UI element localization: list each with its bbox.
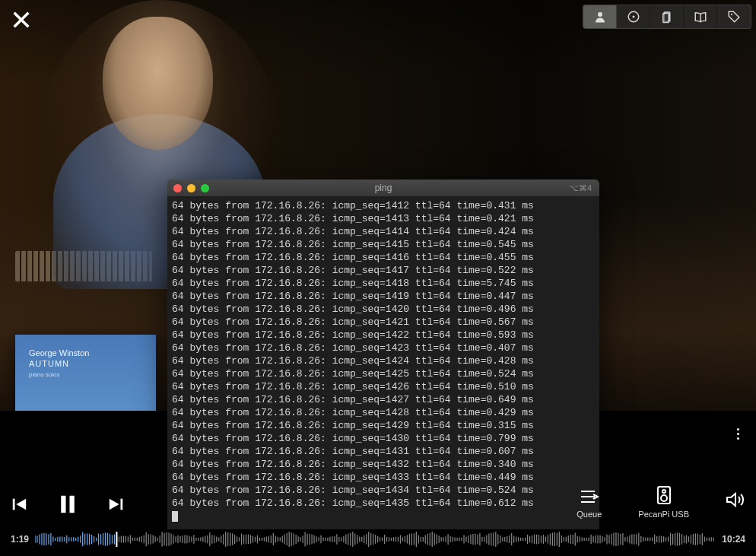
tag-view-button[interactable] bbox=[717, 5, 751, 28]
next-icon bbox=[108, 496, 125, 513]
terminal-line: 64 bytes from 172.16.8.26: icmp_seq=1430… bbox=[172, 432, 595, 445]
album-artist: George Winston bbox=[29, 348, 89, 357]
terminal-line: 64 bytes from 172.16.8.26: icmp_seq=1419… bbox=[172, 290, 595, 303]
terminal-line: 64 bytes from 172.16.8.26: icmp_seq=1423… bbox=[172, 342, 595, 354]
progress-bar: 1:19 10:24 bbox=[11, 532, 745, 547]
terminal-line: 64 bytes from 172.16.8.26: icmp_seq=1435… bbox=[172, 497, 595, 510]
album-subtitle: piano solos bbox=[29, 371, 59, 378]
speaker-icon bbox=[656, 485, 672, 505]
volume-icon bbox=[726, 491, 745, 508]
clipboard-view-button[interactable] bbox=[650, 5, 684, 28]
window-minimize-button[interactable] bbox=[187, 184, 195, 192]
tag-icon bbox=[727, 10, 741, 24]
terminal-line: 64 bytes from 172.16.8.26: icmp_seq=1421… bbox=[172, 316, 595, 329]
user-view-button[interactable] bbox=[583, 5, 617, 28]
close-button[interactable] bbox=[11, 9, 32, 30]
volume-button[interactable] bbox=[726, 491, 745, 519]
artist-face bbox=[103, 17, 213, 150]
terminal-line: 64 bytes from 172.16.8.26: icmp_seq=1434… bbox=[172, 484, 595, 497]
queue-icon bbox=[580, 488, 599, 505]
window-zoom-button[interactable] bbox=[201, 184, 209, 192]
terminal-line: 64 bytes from 172.16.8.26: icmp_seq=1428… bbox=[172, 406, 595, 419]
window-close-button[interactable] bbox=[173, 184, 182, 192]
terminal-line: 64 bytes from 172.16.8.26: icmp_seq=1415… bbox=[172, 238, 595, 251]
svg-point-2 bbox=[598, 12, 602, 17]
disc-icon bbox=[627, 10, 640, 24]
more-options-button[interactable] bbox=[730, 426, 745, 441]
terminal-line: 64 bytes from 172.16.8.26: icmp_seq=1413… bbox=[172, 212, 595, 225]
output-device-button[interactable]: PecanPi USB bbox=[638, 485, 689, 519]
terminal-line: 64 bytes from 172.16.8.26: icmp_seq=1432… bbox=[172, 458, 595, 471]
next-track-button[interactable] bbox=[108, 496, 125, 513]
svg-rect-11 bbox=[70, 496, 75, 513]
terminal-line: 64 bytes from 172.16.8.26: icmp_seq=1433… bbox=[172, 471, 595, 484]
terminal-line: 64 bytes from 172.16.8.26: icmp_seq=1416… bbox=[172, 251, 595, 264]
terminal-line: 64 bytes from 172.16.8.26: icmp_seq=1422… bbox=[172, 329, 595, 342]
terminal-line: 64 bytes from 172.16.8.26: icmp_seq=1424… bbox=[172, 354, 595, 367]
output-controls: Queue PecanPi USB bbox=[577, 485, 745, 519]
previous-icon bbox=[11, 496, 27, 513]
terminal-line: 64 bytes from 172.16.8.26: icmp_seq=1431… bbox=[172, 445, 595, 458]
terminal-line: 64 bytes from 172.16.8.26: icmp_seq=1425… bbox=[172, 367, 595, 380]
svg-rect-10 bbox=[61, 496, 65, 513]
terminal-titlebar[interactable]: ping ⌥⌘4 bbox=[167, 180, 599, 196]
terminal-line: 64 bytes from 172.16.8.26: icmp_seq=1414… bbox=[172, 225, 595, 238]
user-icon bbox=[593, 10, 607, 24]
terminal-line: 64 bytes from 172.16.8.26: icmp_seq=1427… bbox=[172, 393, 595, 406]
terminal-window[interactable]: ping ⌥⌘4 64 bytes from 172.16.8.26: icmp… bbox=[167, 180, 599, 529]
terminal-body[interactable]: 64 bytes from 172.16.8.26: icmp_seq=1412… bbox=[167, 196, 599, 529]
terminal-line: 64 bytes from 172.16.8.26: icmp_seq=1417… bbox=[172, 264, 595, 277]
terminal-line: 64 bytes from 172.16.8.26: icmp_seq=1420… bbox=[172, 303, 595, 316]
playback-controls bbox=[11, 493, 125, 516]
svg-rect-12 bbox=[121, 499, 123, 510]
queue-button[interactable]: Queue bbox=[577, 488, 602, 519]
elapsed-time: 1:19 bbox=[11, 534, 29, 545]
book-view-button[interactable] bbox=[684, 5, 717, 28]
album-title: AUTUMN bbox=[29, 359, 69, 368]
svg-rect-6 bbox=[662, 14, 669, 23]
svg-point-4 bbox=[632, 16, 634, 18]
svg-point-17 bbox=[662, 490, 665, 493]
terminal-line: 64 bytes from 172.16.8.26: icmp_seq=1426… bbox=[172, 380, 595, 393]
terminal-line: 64 bytes from 172.16.8.26: icmp_seq=1418… bbox=[172, 277, 595, 290]
svg-rect-9 bbox=[13, 499, 15, 510]
pause-icon bbox=[56, 493, 79, 516]
terminal-line: 64 bytes from 172.16.8.26: icmp_seq=1412… bbox=[172, 199, 595, 212]
clipboard-icon bbox=[660, 10, 674, 24]
previous-track-button[interactable] bbox=[11, 496, 27, 513]
disc-view-button[interactable] bbox=[617, 5, 650, 28]
play-pause-button[interactable] bbox=[56, 493, 79, 516]
queue-label: Queue bbox=[577, 510, 602, 519]
terminal-line: 64 bytes from 172.16.8.26: icmp_seq=1429… bbox=[172, 419, 595, 432]
total-time: 10:24 bbox=[722, 534, 745, 545]
view-toolbar bbox=[583, 5, 751, 29]
svg-point-8 bbox=[731, 14, 732, 15]
book-icon bbox=[694, 10, 707, 24]
output-label: PecanPi USB bbox=[638, 510, 689, 519]
svg-point-18 bbox=[661, 495, 667, 501]
waveform-scrubber[interactable] bbox=[35, 532, 716, 547]
terminal-shortcut: ⌥⌘4 bbox=[569, 183, 592, 193]
terminal-title: ping bbox=[375, 183, 392, 193]
